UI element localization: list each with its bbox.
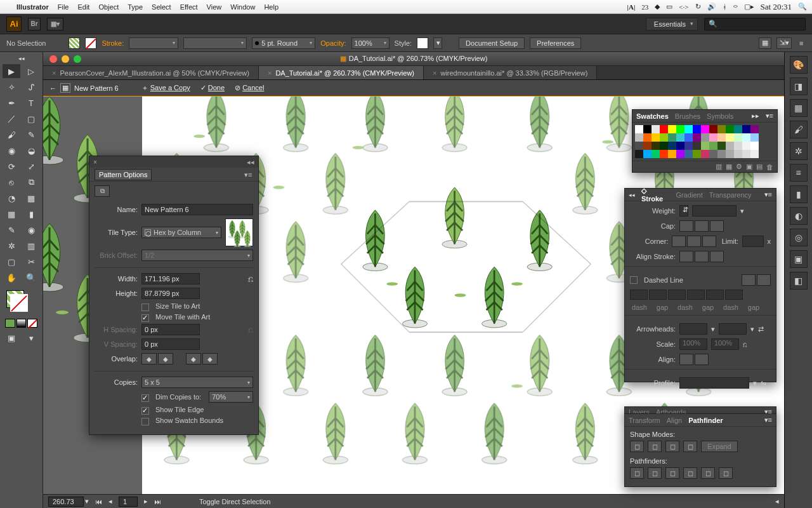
- pen-tool-icon[interactable]: ✒: [3, 96, 20, 110]
- corner-miter-icon[interactable]: [672, 236, 686, 247]
- expand-button[interactable]: Expand: [701, 441, 738, 452]
- close-tab-icon[interactable]: ×: [268, 69, 272, 77]
- tab-wired[interactable]: ×wiredmountainillo.ai* @ 33.33% (RGB/Pre…: [424, 66, 597, 79]
- swatch[interactable]: [668, 142, 676, 150]
- swatch[interactable]: [676, 142, 684, 150]
- fill-stroke-swatch[interactable]: [6, 290, 28, 312]
- align-inside-icon[interactable]: [695, 251, 709, 262]
- exclude-icon[interactable]: ◻: [683, 441, 697, 452]
- eraser-tool-icon[interactable]: ◒: [22, 144, 40, 157]
- unite-icon[interactable]: ◻: [630, 441, 644, 452]
- swatch[interactable]: [660, 142, 668, 150]
- artboard-tool-icon[interactable]: ▢: [3, 255, 20, 269]
- swatch[interactable]: [734, 133, 742, 142]
- brush-dropdown[interactable]: 5 pt. Round: [252, 37, 315, 49]
- swatch[interactable]: [750, 125, 759, 133]
- swatch[interactable]: [742, 133, 750, 142]
- swatch[interactable]: [643, 142, 652, 150]
- gap1-input[interactable]: [649, 290, 667, 300]
- copies-dropdown[interactable]: 5 x 5: [141, 377, 253, 388]
- swatch[interactable]: [643, 125, 652, 133]
- save-copy-link[interactable]: Save a Copy: [150, 84, 190, 91]
- gap3-input[interactable]: [725, 290, 743, 300]
- paintbrush-tool-icon[interactable]: 🖌: [3, 128, 20, 142]
- align-outside-icon[interactable]: [710, 251, 724, 262]
- workspace-dropdown[interactable]: Essentials: [646, 18, 698, 30]
- profile-menu-icon[interactable]: ▾: [753, 379, 757, 387]
- brushes-tab[interactable]: Brushes: [675, 112, 700, 120]
- swatch[interactable]: [635, 125, 643, 133]
- symbols-tab[interactable]: Symbols: [707, 112, 733, 120]
- minimize-icon[interactable]: [62, 55, 69, 63]
- swatch[interactable]: [652, 150, 660, 158]
- swatch[interactable]: [709, 142, 717, 150]
- slice-tool-icon[interactable]: ✂: [22, 255, 40, 269]
- document-setup-button[interactable]: Document Setup: [459, 37, 525, 49]
- swatch[interactable]: [717, 125, 726, 133]
- swatch[interactable]: [734, 142, 742, 150]
- magic-wand-tool-icon[interactable]: ✧: [3, 80, 20, 94]
- new-swatch-icon[interactable]: ▤: [756, 163, 763, 171]
- menu-view[interactable]: View: [207, 3, 222, 11]
- appearance-icon[interactable]: ◎: [790, 229, 808, 246]
- evernote-icon[interactable]: ◆: [655, 3, 660, 11]
- collapse-icon[interactable]: ◂◂: [3, 55, 40, 62]
- eyedropper-tool-icon[interactable]: ✎: [3, 223, 20, 237]
- swatch[interactable]: [668, 125, 676, 133]
- swatch[interactable]: [742, 125, 750, 133]
- panel-menu-icon[interactable]: ▾≡: [766, 112, 773, 120]
- clock[interactable]: Sat 20:31: [761, 2, 792, 12]
- show-tile-edge-checkbox[interactable]: [141, 407, 149, 415]
- outline-icon[interactable]: ◻: [701, 467, 715, 479]
- gradient-tab[interactable]: Gradient: [676, 191, 703, 199]
- dash3-input[interactable]: [706, 290, 724, 300]
- layers-icon[interactable]: ◧: [790, 272, 808, 290]
- adobe-badge-icon[interactable]: |A|: [627, 3, 636, 11]
- stroke-icon[interactable]: ≡: [790, 164, 808, 182]
- blend-tool-icon[interactable]: ◉: [22, 223, 40, 237]
- dash1-input[interactable]: [630, 290, 648, 300]
- close-tab-icon[interactable]: ×: [52, 69, 56, 77]
- tab-datutorial[interactable]: ×DA_Tutorial.ai* @ 260.73% (CMYK/Preview…: [259, 66, 424, 79]
- dim-copies-checkbox[interactable]: [141, 394, 149, 402]
- swatch[interactable]: [717, 150, 726, 158]
- profile-dropdown[interactable]: [679, 377, 749, 389]
- size-to-art-checkbox[interactable]: [141, 304, 149, 311]
- swatch[interactable]: [750, 150, 759, 158]
- code-icon[interactable]: <·>: [679, 3, 688, 11]
- delete-swatch-icon[interactable]: 🗑: [766, 163, 773, 171]
- dash-align2-icon[interactable]: [757, 274, 771, 286]
- back-icon[interactable]: ←: [49, 84, 56, 92]
- swatch[interactable]: [693, 142, 701, 150]
- swatch[interactable]: [660, 133, 668, 142]
- stroke-tab[interactable]: ◇ Stroke: [641, 187, 670, 203]
- arrow-align1-icon[interactable]: [679, 354, 693, 365]
- swatch[interactable]: [676, 125, 684, 133]
- swatch[interactable]: [660, 150, 668, 158]
- weight-menu-icon[interactable]: ▾: [740, 207, 744, 215]
- menu-effect[interactable]: Effect: [180, 3, 198, 11]
- swatch-opts-icon[interactable]: ⚙: [736, 163, 742, 171]
- transparency-tab[interactable]: Transparency: [709, 191, 752, 199]
- swatch[interactable]: [701, 125, 709, 133]
- rectangle-tool-icon[interactable]: ▢: [22, 112, 40, 126]
- swatch-libs-icon[interactable]: ▥: [716, 163, 722, 171]
- dashed-line-checkbox[interactable]: [630, 276, 638, 284]
- arrange-docs-icon[interactable]: ▦▾: [47, 18, 63, 30]
- zoom-menu-icon[interactable]: ▾: [85, 497, 89, 505]
- pattern-options-tab[interactable]: Pattern Options: [95, 169, 152, 180]
- swatch[interactable]: [717, 133, 726, 142]
- overlap-left-icon[interactable]: ◆: [141, 353, 157, 364]
- bridge-icon[interactable]: Br: [28, 18, 41, 30]
- dash2-input[interactable]: [668, 290, 686, 300]
- style-swatch[interactable]: [417, 37, 428, 49]
- tab-pearson[interactable]: ×PearsonCover_AlexM_Illustration.ai @ 50…: [43, 66, 259, 79]
- screen-mode-icon[interactable]: ▣: [3, 331, 20, 345]
- screen-mode-menu-icon[interactable]: ▾: [22, 331, 40, 345]
- weight-dropdown[interactable]: [692, 205, 737, 217]
- gradient-chip[interactable]: [16, 319, 27, 328]
- dash-align-icon[interactable]: [742, 274, 756, 286]
- swatch[interactable]: [693, 125, 701, 133]
- swatch[interactable]: [684, 142, 693, 150]
- height-input[interactable]: [141, 288, 200, 299]
